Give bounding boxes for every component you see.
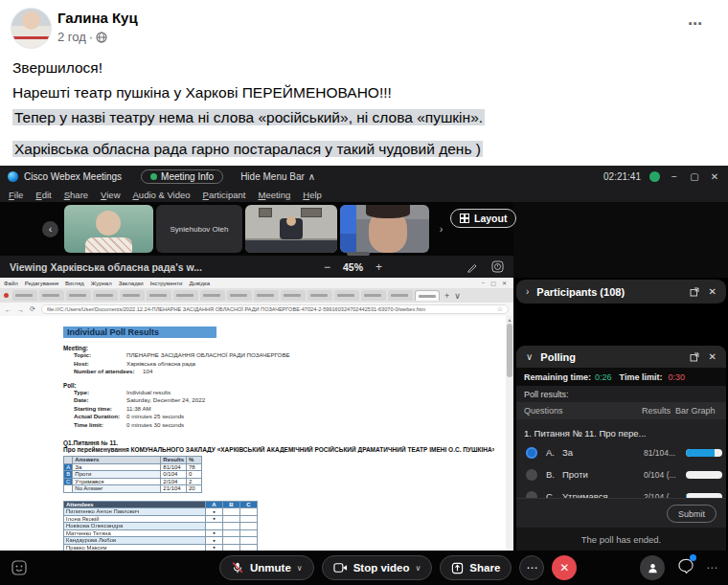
recording-dot-icon xyxy=(4,293,9,298)
menu-meeting[interactable]: Meeting xyxy=(258,190,290,200)
browser-tab[interactable] xyxy=(12,290,37,301)
back-icon[interactable]: ← xyxy=(5,306,13,313)
more-options-button[interactable]: ⋯ xyxy=(519,555,544,580)
browser-menu-item[interactable]: Довідка xyxy=(189,281,210,286)
shared-browser-window: Файл Редагування Вигляд Журнал Закладки … xyxy=(0,278,513,551)
drag-handle[interactable] xyxy=(347,252,370,256)
menu-participant[interactable]: Participant xyxy=(203,190,246,200)
close-button[interactable]: ✕ xyxy=(709,171,720,182)
radio-button[interactable] xyxy=(526,447,537,459)
browser-tab[interactable] xyxy=(361,290,386,301)
browser-tab[interactable] xyxy=(254,290,279,301)
close-icon[interactable]: ✕ xyxy=(709,286,717,297)
browser-tab[interactable] xyxy=(39,290,64,301)
browser-tab[interactable] xyxy=(281,290,306,301)
bookmark-star-icon[interactable]: ☆ xyxy=(497,305,503,313)
menu-share[interactable]: Share xyxy=(64,190,88,200)
scrollbar-thumb[interactable] xyxy=(507,324,512,377)
browser-tab[interactable] xyxy=(334,290,359,301)
timer-icon[interactable] xyxy=(491,260,504,273)
annotate-icon[interactable] xyxy=(466,261,478,273)
popout-icon[interactable] xyxy=(690,287,699,297)
chevron-down-icon[interactable]: ∨ xyxy=(297,564,303,573)
menu-file[interactable]: File xyxy=(9,190,23,200)
avatar[interactable] xyxy=(11,8,52,49)
leave-meeting-button[interactable]: ✕ xyxy=(552,555,577,580)
url-field[interactable]: file:///C:/Users/User/Documents/2022.12.… xyxy=(41,304,509,314)
poll-question: 1. Питання № 11. Про пере... xyxy=(516,419,726,442)
reactions-icon[interactable] xyxy=(11,560,27,575)
chevron-up-icon: ∧ xyxy=(308,171,315,182)
new-tab-button[interactable]: + xyxy=(444,291,449,301)
stop-video-button[interactable]: Stop video ∨ xyxy=(322,555,433,580)
hide-menu-bar-button[interactable]: Hide Menu Bar ∧ xyxy=(240,171,315,182)
menu-help[interactable]: Help xyxy=(303,190,322,200)
tab-list-icon[interactable]: ∨ xyxy=(454,291,461,301)
meeting-info-button[interactable]: Meeting Info xyxy=(141,169,223,184)
polling-panel-header[interactable]: ∨ Polling ✕ xyxy=(516,346,726,368)
maximize-button[interactable]: ▢ xyxy=(689,171,700,182)
video-tile[interactable]: Syniehubov Oleh xyxy=(156,205,242,253)
browser-tab[interactable] xyxy=(66,290,91,301)
ukraine-flag xyxy=(340,205,356,253)
video-tile[interactable] xyxy=(64,205,153,253)
browser-menu-item[interactable]: Редагування xyxy=(25,281,58,286)
reload-icon[interactable]: ⟳ xyxy=(30,305,37,313)
chevron-down-icon[interactable]: ∨ xyxy=(526,351,533,362)
browser-tab-active[interactable] xyxy=(415,290,440,301)
zoom-out-button[interactable]: − xyxy=(324,260,330,274)
muted-mic-icon xyxy=(231,561,244,574)
browser-menu-item[interactable]: Журнал xyxy=(91,281,112,286)
browser-tab[interactable] xyxy=(173,290,198,301)
more-controls-button[interactable]: ⋯ xyxy=(706,561,718,574)
browser-menu-item[interactable]: Інструменти xyxy=(150,281,183,286)
participants-panel-header[interactable]: › Participants (108) ✕ xyxy=(516,280,726,304)
browser-menubar: Файл Редагування Вигляд Журнал Закладки … xyxy=(0,278,513,288)
browser-tab[interactable] xyxy=(307,290,332,301)
chat-button[interactable] xyxy=(677,558,694,577)
browser-minimize-icon[interactable]: − xyxy=(482,280,486,286)
menu-audio-video[interactable]: Audio & Video xyxy=(133,190,191,200)
person-icon xyxy=(647,562,659,574)
browser-tab[interactable] xyxy=(93,290,118,301)
browser-tab[interactable] xyxy=(120,290,145,301)
poll-status-bar: The poll has ended. xyxy=(516,528,726,551)
submit-button[interactable]: Submit xyxy=(667,505,717,523)
browser-maximize-icon[interactable]: ▢ xyxy=(490,280,496,286)
video-tile[interactable] xyxy=(340,205,429,253)
close-icon[interactable]: ✕ xyxy=(709,351,717,362)
menu-edit[interactable]: Edit xyxy=(35,190,51,200)
layout-button[interactable]: Layout xyxy=(450,209,516,228)
popout-icon[interactable] xyxy=(690,352,699,362)
menu-view[interactable]: View xyxy=(101,190,120,200)
browser-menu-item[interactable]: Вигляд xyxy=(65,281,84,286)
zoom-in-button[interactable]: + xyxy=(375,260,382,274)
video-tile[interactable] xyxy=(245,205,337,253)
chevron-right-icon[interactable]: › xyxy=(526,286,529,297)
scroll-videos-right-button[interactable]: › xyxy=(433,221,449,237)
meeting-section-label: Meeting: xyxy=(63,345,506,351)
meeting-toolbar: Unmute ∨ Stop video ∨ xyxy=(0,551,728,585)
post-author[interactable]: Галина Куц xyxy=(57,10,138,26)
radio-button[interactable] xyxy=(526,469,537,481)
forward-icon[interactable]: → xyxy=(17,306,26,313)
browser-menu-item[interactable]: Закладки xyxy=(119,281,144,286)
browser-tab[interactable] xyxy=(227,290,252,301)
minimize-button[interactable]: − xyxy=(669,171,680,182)
scroll-up-icon[interactable]: ▲ xyxy=(506,316,513,324)
post-time[interactable]: 2 год xyxy=(57,30,86,44)
question-text: Про перейменування КОМУНАЛЬНОГО ЗАКЛАДУ … xyxy=(63,446,494,453)
table-row: No Answer21/10420 xyxy=(64,485,202,493)
post-more-icon[interactable]: ⋯ xyxy=(688,15,703,33)
browser-close-icon[interactable]: ✕ xyxy=(502,280,507,286)
browser-tab[interactable] xyxy=(200,290,225,301)
browser-menu-item[interactable]: Файл xyxy=(4,281,18,286)
share-button[interactable]: Share xyxy=(440,555,512,580)
scroll-videos-left-button[interactable]: ‹ xyxy=(42,221,58,237)
browser-tab[interactable] xyxy=(388,290,413,301)
chevron-down-icon[interactable]: ∨ xyxy=(415,564,421,573)
unmute-button[interactable]: Unmute ∨ xyxy=(219,555,314,580)
participants-button[interactable] xyxy=(640,555,665,580)
browser-scrollbar[interactable]: ▲ xyxy=(506,316,513,551)
browser-tab[interactable] xyxy=(147,290,171,301)
